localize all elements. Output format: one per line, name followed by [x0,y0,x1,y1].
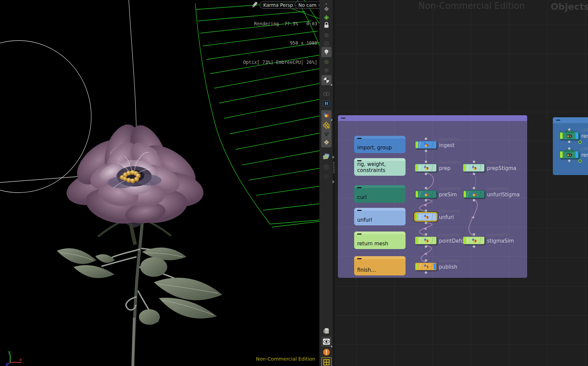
add-light-icon[interactable]: ⊕ [323,58,330,65]
backdrop-import-group[interactable]: import, group [354,136,406,153]
warning-icon[interactable] [323,348,330,356]
points-sphere-icon[interactable]: ● [323,172,330,179]
output-connector[interactable] [473,173,475,175]
node-category: Geometry [487,160,508,165]
backdrop-finish[interactable]: finish… [354,256,406,275]
minimize-icon[interactable] [357,258,362,259]
bypass-flag[interactable] [464,237,466,244]
node-category: Geometry [439,137,460,142]
bypass-flag[interactable] [416,263,418,270]
node-preSim[interactable]: Geometry preSim [415,190,437,198]
lightbulb-icon[interactable] [321,47,332,57]
display-flag[interactable] [575,132,578,139]
bypass-flag[interactable] [464,191,466,197]
scene-viewport[interactable]: y x z Karma Persp ▾ No cam ▾ Rendering 7… [0,0,319,366]
node-unfurl[interactable]: Geometry unfurl [415,213,437,221]
input-connector[interactable] [425,233,427,236]
display-flag[interactable] [575,151,578,158]
node-pointDeform[interactable]: Geometry pointDeform [415,237,437,244]
output-connector[interactable] [425,245,427,248]
input-connector[interactable] [425,259,427,262]
node-category: Geometry [487,186,508,191]
node-name: unfurlStigma [487,192,520,198]
node-unfurlStigma[interactable]: Geometry unfurlStigma [463,190,485,198]
input-connector[interactable] [425,138,427,140]
bypass-flag[interactable] [416,165,418,171]
bypass-flag[interactable] [416,142,418,148]
backdrop-rig-weight-constraints[interactable]: rig, weight, constraints [354,158,406,176]
minimize-icon[interactable] [357,210,362,211]
node-name: ren [581,133,588,139]
desktop-grid-icon[interactable] [321,357,332,366]
output-connector[interactable] [425,173,427,175]
ring-dim-icon[interactable]: ◎ [323,163,330,170]
node-render-1[interactable]: LOP ren [559,132,579,140]
node-name: ren [581,152,588,158]
input-connector[interactable] [568,128,570,131]
backdrop-label: rig, weight, constraints [357,161,406,173]
geometry-icon [423,264,429,269]
axis-gizmo: y x z [5,349,22,366]
backdrop-label: curl [357,194,367,200]
output-connector[interactable] [568,141,570,143]
output-connector[interactable] [473,199,475,201]
backdrop-unfurl[interactable]: unfurl [354,208,406,225]
view-brush-icon[interactable] [323,90,330,98]
pin-disabled-icon[interactable]: ⊗ [323,31,330,39]
minimize-icon[interactable] [357,138,362,139]
input-connector[interactable] [425,210,427,212]
output-connector[interactable] [425,199,427,201]
film-roll-icon[interactable] [323,327,330,335]
node-name: prep [439,165,450,171]
node-name: stigmaSim [487,238,514,244]
geometry-colors-icon[interactable] [321,110,332,120]
bypass-flag[interactable] [416,237,418,244]
output-connector[interactable] [425,150,427,152]
rings-icon[interactable]: ◎ [323,40,330,47]
minimize-icon[interactable] [357,234,362,235]
input-connector[interactable] [473,161,475,163]
camera-render-icon [566,133,572,139]
bypass-flag[interactable] [560,132,563,139]
material-preview-icon[interactable] [321,75,332,85]
node-name: preSim [439,192,457,198]
view-options-icon[interactable]: ❖ [323,5,330,13]
render-view-icon[interactable]: ◈ [323,13,330,21]
minimize-icon[interactable] [357,187,362,188]
network-editor[interactable]: Non-Commercial Edition Objects [335,0,588,366]
preview-eye-icon[interactable] [321,337,332,347]
bypass-flag[interactable] [416,191,418,197]
output-connector[interactable] [473,245,475,248]
backdrop-label: unfurl [357,217,372,223]
camera-label: No cam [298,2,316,8]
geometry-icon [423,142,429,148]
geometry-icon [471,165,477,171]
output-connector[interactable] [425,222,427,224]
add-pin-icon[interactable]: ⊕ [323,66,330,74]
input-connector[interactable] [473,233,475,236]
backdrop-return-mesh[interactable]: return mesh [354,231,406,249]
lock-icon[interactable] [323,21,330,29]
snapshot-icon[interactable] [323,153,330,160]
geometry-icon [471,238,477,243]
output-connector[interactable] [425,271,427,274]
node-prep[interactable]: Geometry prep [415,164,437,172]
display-flag[interactable] [434,263,436,270]
output-connector[interactable] [568,160,570,162]
node-ingest[interactable]: Geometry ingest [415,141,437,149]
axis-x-label: x [19,357,22,362]
pause-icon[interactable] [323,100,330,107]
input-connector[interactable] [425,161,427,163]
bypass-flag[interactable] [464,165,466,171]
node-publish[interactable]: Geometry publish [415,263,437,270]
layers-icon[interactable]: ❖ [321,137,332,147]
input-connector[interactable] [568,147,570,150]
input-connector[interactable] [425,187,427,189]
bypass-flag[interactable] [560,151,563,158]
node-render-2[interactable]: LOP ren [559,151,579,158]
node-stigmaSim[interactable]: Geometry stigmaSim [463,237,485,244]
backdrop-curl[interactable]: curl [354,185,406,203]
bypass-flag[interactable] [416,214,418,220]
input-connector[interactable] [473,187,475,189]
node-prepStigma[interactable]: Geometry prepStigma [463,164,485,172]
